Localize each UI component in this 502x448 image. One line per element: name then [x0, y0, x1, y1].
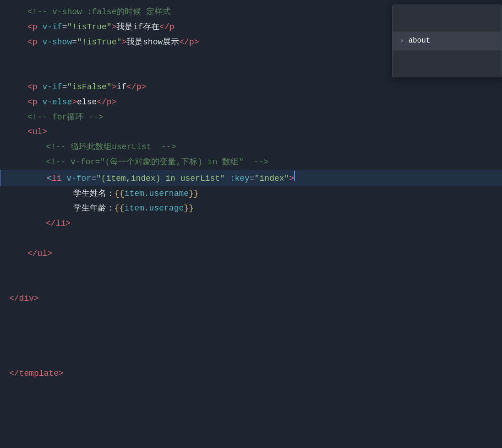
code-line: <p v-if="isFalse">if</p> — [0, 80, 502, 95]
code-line: </ul> — [0, 246, 502, 261]
code-line: <!-- v-show :false的时候 定样式 › about — [0, 5, 502, 20]
code-line: <ul> — [0, 124, 502, 140]
code-line: </li> — [0, 216, 502, 231]
code-editor: <!-- v-show :false的时候 定样式 › about <p v-i… — [0, 0, 502, 386]
text-cursor — [294, 171, 295, 181]
code-line: <p v-else>else</p> — [0, 95, 502, 110]
autocomplete-label: about — [408, 35, 430, 47]
tag-open: <p — [27, 21, 42, 34]
blank-line — [0, 306, 502, 321]
code-line: <!-- 循环此数组userList --> — [0, 140, 502, 155]
blank-line — [0, 351, 502, 366]
code-line: </template> — [0, 366, 502, 381]
code-line: <!-- v-for="(每一个对象的变量,下标) in 数组" --> — [0, 155, 502, 170]
blank-line — [0, 321, 502, 336]
code-area: <!-- v-show :false的时候 定样式 › about <p v-i… — [0, 0, 502, 386]
autocomplete-dropdown[interactable]: › about — [392, 5, 502, 77]
comment-text: <!-- v-show :false的时候 定样式 — [27, 5, 171, 19]
autocomplete-item[interactable]: › about — [393, 32, 502, 51]
blank-line — [0, 261, 502, 276]
autocomplete-arrow-icon: › — [400, 36, 404, 46]
blank-line — [0, 276, 502, 291]
blank-line — [0, 231, 502, 246]
code-line: <!-- for循环 --> — [0, 110, 502, 125]
active-code-line: <li v-for="(item,index) in userList" :ke… — [0, 170, 502, 186]
code-line: 学生姓名：{{item.username}} — [0, 186, 502, 201]
code-line: </div> — [0, 291, 502, 306]
code-line: 学生年龄：{{item.userage}} — [0, 201, 502, 216]
blank-line — [0, 336, 502, 351]
